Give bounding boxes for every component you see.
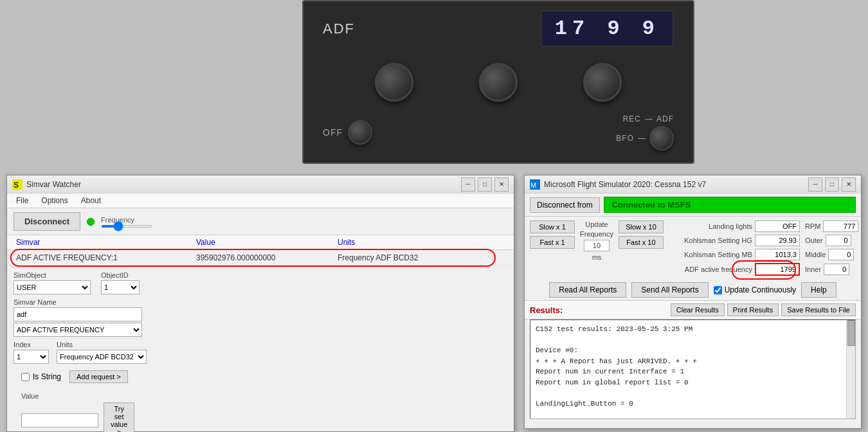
speed-buttons-left: Slow x 1 Fast x 1: [530, 221, 575, 249]
read-all-button[interactable]: Read All Reports: [549, 282, 626, 298]
value-label: Value: [21, 392, 134, 400]
update-continuously-checkbox[interactable]: [714, 286, 722, 294]
maximize-button[interactable]: □: [478, 177, 492, 192]
landing-lights-label: Landing lights: [669, 222, 752, 230]
msfs-close-button[interactable]: ✕: [842, 177, 856, 192]
msfs-window: M Microsoft Flight Simulator 2020: Cessn…: [524, 175, 862, 429]
update-continuously-row: Update Continuously: [714, 282, 796, 298]
rpm-label: RPM: [805, 222, 820, 230]
adf-label-bottom: ADF: [656, 114, 674, 123]
outer-value[interactable]: [826, 235, 851, 246]
col-value: Value: [194, 237, 335, 248]
results-line: + + + A Report has just ARRIVED. + + +: [536, 356, 850, 367]
fast-x10-button[interactable]: Fast x 10: [619, 236, 664, 249]
adf-panel: ADF 17 9 9 OFF REC — ADF BFO —: [302, 0, 694, 164]
speed-buttons-right: Slow x 10 Fast x 10: [619, 221, 664, 249]
kohlsman-mb-label: Kohlsman Setting MB: [669, 251, 752, 258]
disconnect-button[interactable]: Disconnect: [14, 212, 80, 231]
update-continuously-label: Update Continuously: [725, 285, 796, 294]
simobject-group: SimObject USER: [14, 271, 91, 294]
is-string-checkbox[interactable]: [21, 373, 30, 381]
fast-x1-button[interactable]: Fast x 1: [530, 236, 575, 249]
simvar-dropdown[interactable]: ADF ACTIVE FREQUENCY: [14, 323, 142, 337]
msfs-window-title: Microsoft Flight Simulator 2020: Cessna …: [544, 180, 706, 189]
knob-3[interactable]: [583, 63, 622, 102]
is-string-label: Is String: [33, 372, 61, 381]
rpm-value[interactable]: [823, 221, 858, 232]
msfs-minimize-button[interactable]: ─: [808, 177, 822, 192]
frequency-section: Frequency: [101, 216, 152, 228]
slow-x10-button[interactable]: Slow x 10: [619, 221, 664, 233]
table-header: Simvar Value Units: [7, 235, 514, 250]
results-line: Report num in current Interface = 1: [536, 366, 850, 377]
menu-about[interactable]: About: [75, 195, 107, 206]
kohlsman-hg-label: Kohlsman Setting HG: [669, 237, 752, 244]
simvar-menubar: File Options About: [7, 194, 514, 208]
slow-x1-button[interactable]: Slow x 1: [530, 221, 575, 233]
close-button[interactable]: ✕: [494, 177, 509, 192]
status-indicator: [87, 218, 95, 226]
adf-display: 17 9 9: [541, 10, 674, 47]
inner-value[interactable]: [824, 264, 849, 275]
middle-label: Middle: [805, 251, 826, 258]
svg-text:M: M: [530, 181, 536, 189]
small-knob-left[interactable]: [348, 120, 372, 145]
units-label: Units: [57, 341, 147, 348]
simvar-name-group: Simvar Name ADF ACTIVE FREQUENCY: [14, 298, 142, 337]
frequency-slider[interactable]: [101, 225, 152, 228]
msfs-top-bar: Disconnect from Connected to MSFS: [525, 194, 861, 217]
try-set-button[interactable]: Try set value >: [104, 402, 134, 432]
minimize-button[interactable]: ─: [461, 177, 475, 192]
simvar-name-input[interactable]: [14, 307, 142, 321]
msfs-controls-row: Slow x 1 Fast x 1 Update Frequency 10 ms…: [525, 217, 861, 280]
off-label: OFF: [323, 127, 343, 138]
disconnect-from-button[interactable]: Disconnect from: [530, 197, 600, 213]
knob-2[interactable]: [479, 63, 518, 102]
clear-results-button[interactable]: Clear Results: [671, 303, 725, 316]
middle-value[interactable]: [828, 249, 854, 260]
col-units: Units: [335, 237, 489, 248]
add-request-button[interactable]: Add request >: [69, 370, 128, 383]
objectid-select[interactable]: 1: [101, 280, 140, 294]
msfs-maximize-button[interactable]: □: [825, 177, 839, 192]
svg-text:S: S: [14, 181, 19, 190]
index-select[interactable]: 1: [14, 350, 49, 364]
menu-file[interactable]: File: [10, 195, 35, 206]
table-row[interactable]: ADF ACTIVE FREQUENCY:1 395902976.0000000…: [7, 250, 514, 266]
results-line: Device #0:: [536, 345, 850, 356]
send-all-button[interactable]: Send All Reports: [631, 282, 708, 298]
simvar-titlebar: S Simvar Watcher ─ □ ✕: [7, 176, 514, 194]
units-select[interactable]: Frequency ADF BCD32: [57, 350, 147, 364]
menu-options[interactable]: Options: [35, 195, 74, 206]
simobject-label: SimObject: [14, 271, 91, 279]
rec-label: REC: [623, 114, 641, 123]
simvar-name-label: Simvar Name: [14, 298, 142, 306]
results-output: C152 test results: 2023-05-25 3:25 PM De…: [530, 320, 856, 419]
small-knob-right[interactable]: [649, 126, 674, 150]
value-section: Value Try set value >: [14, 390, 142, 432]
outer-label: Outer: [805, 237, 823, 244]
help-button[interactable]: Help: [801, 282, 836, 298]
freq-value-display: 10: [584, 240, 610, 251]
print-results-button[interactable]: Print Results: [727, 303, 779, 316]
save-results-button[interactable]: Save Results to File: [781, 303, 856, 316]
update-frequency-group: Update Frequency 10 ms: [580, 221, 613, 261]
landing-lights-value[interactable]: [755, 221, 800, 232]
kohlsman-hg-value[interactable]: [755, 235, 800, 246]
knob-1[interactable]: [375, 63, 413, 102]
results-label: Results:: [530, 305, 668, 315]
row-simvar: ADF ACTIVE FREQUENCY:1: [14, 251, 194, 264]
freq-unit: ms: [592, 253, 602, 261]
kohlsman-mb-value[interactable]: [755, 249, 800, 260]
results-line: [536, 409, 850, 419]
results-line: Report num in global report list = 0: [536, 377, 850, 388]
simvar-window-title: Simvar Watcher: [26, 180, 81, 189]
bfo-label: BFO: [616, 134, 634, 143]
simobject-select[interactable]: USER: [14, 280, 91, 294]
adf-freq-value[interactable]: [755, 263, 800, 276]
results-line: LandingLight_Button = 0: [536, 399, 850, 410]
value-input[interactable]: [21, 413, 98, 428]
simvar-watcher-window: S Simvar Watcher ─ □ ✕ File Options Abou…: [6, 175, 514, 432]
update-freq-label: Update: [585, 221, 608, 228]
index-group: Index 1: [14, 341, 49, 364]
